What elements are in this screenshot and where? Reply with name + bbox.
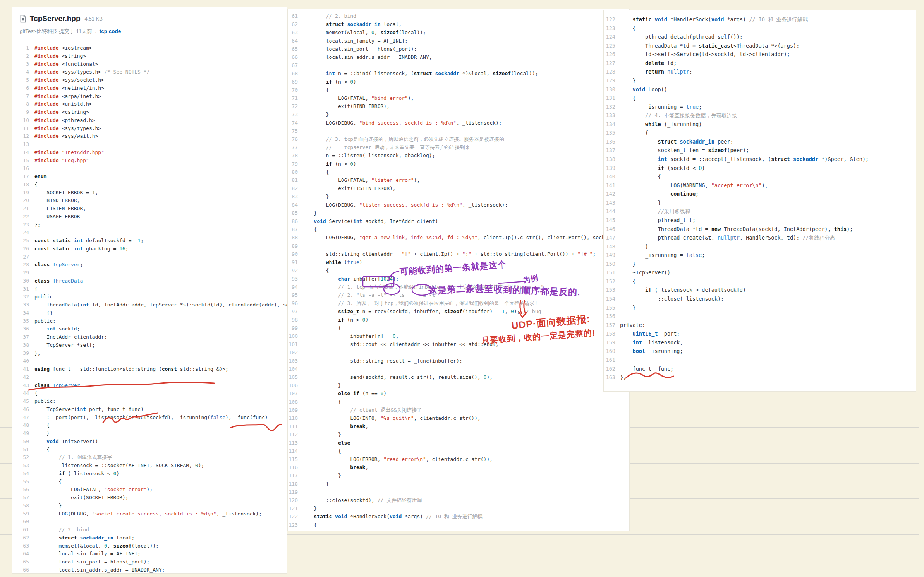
code-line: 132 _isrunning = true; bbox=[604, 103, 916, 111]
line-number: 31 bbox=[12, 285, 34, 293]
code-line: 138 int sockfd = ::accept(_listensock, (… bbox=[604, 155, 916, 164]
code-line: 136 struct sockaddr_in peer; bbox=[604, 137, 916, 146]
code-line: 37 InetAddr clientaddr; bbox=[12, 333, 287, 341]
code-text: {} bbox=[34, 309, 53, 317]
code-text: if (n < 0) bbox=[302, 160, 356, 168]
line-number: 148 bbox=[604, 242, 620, 251]
code-text: ThreadData *td = static_cast<ThreadData … bbox=[620, 41, 799, 50]
code-text: if (_listensock > defaultsockfd) bbox=[620, 286, 746, 294]
line-number: 37 bbox=[12, 333, 34, 341]
code-text: LOG(FATAL, "bind error"); bbox=[302, 94, 414, 102]
code-line: 70 { bbox=[288, 86, 629, 94]
code-line: 64 local.sin_family = AF_INET; bbox=[12, 550, 287, 558]
line-number: 98 bbox=[288, 316, 302, 324]
code-text: // 2. bind bbox=[302, 12, 356, 20]
commit-separator: . bbox=[95, 28, 96, 34]
code-text: n = ::listen(_listensock, gbacklog); bbox=[302, 151, 435, 159]
code-panel-left: TcpServer.hpp 4.51 KB gitTest-比特科技 提交于 1… bbox=[12, 7, 287, 574]
code-text: } bbox=[302, 480, 329, 488]
code-text: { bbox=[302, 521, 317, 529]
line-number: 29 bbox=[12, 269, 34, 277]
line-number: 62 bbox=[288, 20, 302, 28]
code-text: local.sin_port = htons(_port); bbox=[34, 558, 149, 566]
code-text: { bbox=[302, 86, 329, 94]
commit-link[interactable]: tcp code bbox=[100, 28, 121, 34]
line-number: 63 bbox=[288, 28, 302, 36]
code-line: 145 pthread_t t; bbox=[604, 216, 916, 225]
code-line: 47 : _port(port), _listensock(defaultsoc… bbox=[12, 414, 287, 422]
code-line: 130 void Loop() bbox=[604, 85, 916, 94]
code-line: 112 } bbox=[288, 430, 629, 438]
line-number: 138 bbox=[604, 155, 620, 164]
code-line: 91 while (true) bbox=[288, 258, 629, 266]
line-number: 76 bbox=[288, 135, 302, 143]
code-line: 120 ::close(sockfd); // 文件描述符泄漏 bbox=[288, 496, 629, 504]
code-line: 15#include "Log.hpp" bbox=[12, 157, 287, 165]
line-number: 56 bbox=[12, 486, 34, 494]
code-line: 149 _isrunning = false; bbox=[604, 251, 916, 260]
code-line: 48 { bbox=[12, 421, 287, 430]
code-line: 150 } bbox=[604, 260, 916, 269]
code-line: 155 } bbox=[604, 303, 916, 312]
line-number: 149 bbox=[604, 251, 620, 260]
line-number: 118 bbox=[288, 480, 302, 488]
code-line: 43class TcpServer bbox=[12, 382, 287, 390]
code-line: 60 bbox=[12, 518, 287, 526]
code-line: 62 struct sockaddr_in local; bbox=[12, 534, 287, 542]
code-line: 13 bbox=[12, 140, 287, 149]
code-text: USAGE_ERROR bbox=[34, 213, 80, 221]
code-line: 82 exit(LISTEN_ERROR); bbox=[288, 184, 629, 192]
code-line: 146 ThreadData *td = new ThreadData(sock… bbox=[604, 225, 916, 234]
code-line: 129 } bbox=[604, 76, 916, 85]
line-number: 32 bbox=[12, 293, 34, 301]
line-number: 30 bbox=[12, 277, 34, 285]
code-text: // client 退出&&关闭连接了 bbox=[302, 406, 422, 414]
code-line: 158 uint16_t _port; bbox=[604, 329, 916, 338]
line-number: 150 bbox=[604, 260, 620, 269]
code-line: 137 socklen_t len = sizeof(peer); bbox=[604, 146, 916, 155]
code-line: 124 pthread_detach(pthread_self()); bbox=[604, 33, 916, 41]
code-line: 4#include <sys/types.h> /* See NOTES */ bbox=[12, 68, 287, 76]
line-number: 25 bbox=[12, 237, 34, 245]
code-text: _isrunning = false; bbox=[620, 251, 705, 260]
code-line: 17enum bbox=[12, 173, 287, 181]
line-number: 103 bbox=[288, 357, 302, 365]
line-number: 87 bbox=[288, 225, 302, 233]
line-number: 136 bbox=[604, 137, 620, 146]
code-line: 162 func_t _func; bbox=[604, 365, 916, 373]
code-line: 147 pthread_create(&t, nullptr, HandlerS… bbox=[604, 233, 916, 242]
code-text: } bbox=[34, 502, 62, 510]
code-line: 85 } bbox=[288, 209, 629, 217]
code-text: TcpServer *self; bbox=[34, 341, 95, 349]
line-number: 117 bbox=[288, 471, 302, 479]
code-text: #include <functional> bbox=[34, 60, 98, 68]
line-number: 41 bbox=[12, 365, 34, 373]
code-text: } bbox=[302, 430, 341, 438]
code-text: memset(&local, 0, sizeof(local)); bbox=[34, 542, 159, 550]
code-line: 114 { bbox=[288, 447, 629, 455]
code-text: } bbox=[302, 504, 317, 512]
line-number: 109 bbox=[288, 406, 302, 414]
code-text: send(sockfd, result.c_str(), result.size… bbox=[302, 373, 493, 381]
code-text: // 2. bind bbox=[34, 526, 89, 534]
code-text: if (_listensock < 0) bbox=[34, 470, 119, 478]
code-line: 119 bbox=[288, 488, 629, 496]
code-text: delete td; bbox=[620, 59, 677, 68]
code-text: { bbox=[34, 446, 50, 454]
code-text: exit(SOCKET_ERROR); bbox=[34, 494, 129, 502]
line-number: 147 bbox=[604, 233, 620, 242]
line-number: 122 bbox=[288, 512, 302, 520]
code-text: LOG(DEBUG, "listen success, sockfd is : … bbox=[302, 201, 508, 209]
code-line: 81 LOG(FATAL, "listen error"); bbox=[288, 176, 629, 184]
code-line: 10#include <pthread.h> bbox=[12, 116, 287, 125]
code-line: 122 static void *HandlerSock(void *args)… bbox=[604, 15, 916, 24]
code-text: int n = ::bind(_listensock, (struct sock… bbox=[302, 69, 538, 77]
line-number: 74 bbox=[288, 119, 302, 127]
line-number: 1 bbox=[12, 44, 34, 52]
code-line: 103 std::string result = _func(inbuffer)… bbox=[288, 357, 629, 365]
file-icon bbox=[20, 15, 26, 23]
code-text: struct sockaddr_in peer; bbox=[620, 137, 733, 146]
line-number: 53 bbox=[12, 462, 34, 470]
code-text: { bbox=[34, 478, 62, 486]
code-line: 142 continue; bbox=[604, 190, 916, 199]
